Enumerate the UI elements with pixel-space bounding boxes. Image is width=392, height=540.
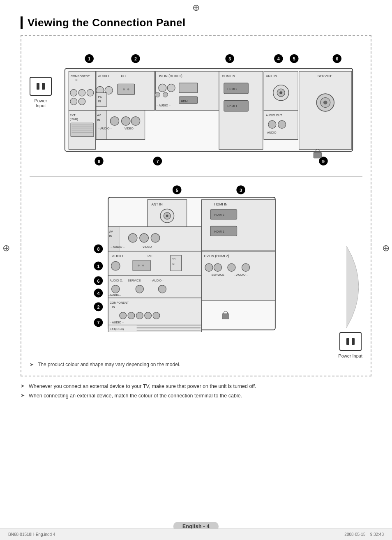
svg-text:6: 6 <box>97 279 99 284</box>
note1-text: Whenever you connect an external device … <box>29 382 256 390</box>
main-content-box: Power Input 1 2 3 <box>21 35 371 376</box>
svg-point-117 <box>140 233 149 242</box>
svg-text:COMPONENT: COMPONENT <box>110 301 129 305</box>
page-title: Viewing the Connection Panel <box>21 16 371 29</box>
doc-footer: BN68-01518H-Eng.indd 4 2008-05-15 9:32:4… <box>0 528 392 540</box>
svg-text:HDMI: HDMI <box>181 100 188 103</box>
svg-text:HDMI 1: HDMI 1 <box>214 230 224 233</box>
svg-text:PC: PC <box>172 258 176 261</box>
svg-point-137 <box>158 285 166 293</box>
tv-edge-right: Power Input <box>338 180 362 358</box>
svg-text:3: 3 <box>240 187 242 192</box>
svg-point-127 <box>142 264 144 266</box>
svg-text:– AUDIO –: – AUDIO – <box>110 321 124 324</box>
svg-text:SERVICE: SERVICE <box>211 273 224 277</box>
footer-note-2: ➤ When connecting an external device, ma… <box>21 392 371 400</box>
power-input-right: Power Input <box>338 332 362 358</box>
svg-text:HDMI 2: HDMI 2 <box>227 88 237 91</box>
note-shape-text: The product colour and shape may vary de… <box>38 362 180 367</box>
svg-point-126 <box>138 264 140 266</box>
svg-text:IN: IN <box>112 305 115 309</box>
svg-point-47 <box>163 92 168 97</box>
svg-text:– AUDIO –: – AUDIO – <box>234 273 248 277</box>
svg-text:9: 9 <box>322 159 325 164</box>
svg-text:2: 2 <box>97 305 99 309</box>
svg-text:HDMI IN: HDMI IN <box>214 202 228 206</box>
pin-right <box>42 83 45 90</box>
svg-text:IN: IN <box>75 78 78 82</box>
svg-text:5: 5 <box>293 56 295 61</box>
crosshair-left: ⊕ <box>2 243 10 254</box>
note-shape: ➤ The product colour and shape may vary … <box>30 358 362 369</box>
svg-text:AUDIO OUT: AUDIO OUT <box>266 114 282 117</box>
svg-point-118 <box>151 233 160 242</box>
svg-text:HDMI 1: HDMI 1 <box>227 105 237 108</box>
svg-point-157 <box>214 263 221 271</box>
svg-rect-162 <box>201 199 275 250</box>
back-panel-svg-top: 1 2 3 4 5 6 <box>60 44 362 171</box>
svg-point-124 <box>111 261 120 270</box>
svg-point-25 <box>70 98 77 105</box>
svg-text:7: 7 <box>156 159 159 164</box>
svg-text:–AUDIO–: –AUDIO– <box>108 293 121 297</box>
svg-text:– AUDIO –: – AUDIO – <box>98 127 112 130</box>
svg-text:VIDEO: VIDEO <box>143 245 152 249</box>
svg-text:7: 7 <box>97 320 99 325</box>
footer-note-1: ➤ Whenever you connect an external devic… <box>21 382 371 390</box>
tv-back-panel-top: 1 2 3 4 5 6 <box>60 44 362 172</box>
svg-point-24 <box>87 89 94 96</box>
svg-text:HDMI IN: HDMI IN <box>222 74 235 78</box>
svg-point-156 <box>205 263 213 271</box>
svg-text:DVI IN (HDMI 2): DVI IN (HDMI 2) <box>204 254 229 258</box>
svg-text:1: 1 <box>88 56 90 61</box>
svg-rect-168 <box>222 314 229 319</box>
svg-text:SERVICE: SERVICE <box>128 279 141 282</box>
svg-point-143 <box>128 312 135 319</box>
pin-left <box>37 83 39 90</box>
svg-text:1: 1 <box>97 264 99 269</box>
svg-text:4: 4 <box>97 291 99 295</box>
pin-left-2 <box>346 338 349 345</box>
power-label-top: Power Input <box>30 98 52 108</box>
power-plug-icon-bottom <box>339 332 362 351</box>
side-panel-svg: 8 1 6 4 2 7 5 3 <box>30 180 334 332</box>
svg-text:3: 3 <box>228 56 231 61</box>
svg-point-40 <box>159 84 166 92</box>
note1-arrow: ➤ <box>21 382 25 390</box>
svg-point-23 <box>78 89 85 96</box>
svg-text:8: 8 <box>98 159 100 164</box>
svg-text:– AUDIO –: – AUDIO – <box>111 245 125 249</box>
svg-point-80 <box>278 120 286 128</box>
svg-text:PC: PC <box>121 74 126 78</box>
svg-text:– AUDIO –: – AUDIO – <box>157 104 171 107</box>
svg-text:COMPONENT: COMPONENT <box>71 75 90 78</box>
svg-point-79 <box>268 120 276 128</box>
svg-text:8: 8 <box>97 247 99 252</box>
svg-point-135 <box>136 285 143 293</box>
svg-text:5: 5 <box>176 187 178 192</box>
svg-text:EXT: EXT <box>70 114 76 117</box>
svg-text:IN: IN <box>97 119 100 122</box>
pin-right-2 <box>352 338 355 345</box>
svg-point-26 <box>78 98 85 105</box>
svg-point-34 <box>127 88 129 90</box>
svg-text:PC: PC <box>98 95 102 99</box>
svg-text:(RGB): (RGB) <box>70 118 78 121</box>
svg-text:AUDIO: AUDIO <box>112 254 123 258</box>
doc-date-time: 2008-05-15 9:32:43 <box>344 532 384 537</box>
note-arrow: ➤ <box>30 362 34 367</box>
svg-text:DVI IN (HDMI 2): DVI IN (HDMI 2) <box>157 74 182 78</box>
svg-point-46 <box>155 92 160 97</box>
tv-side-panel: 8 1 6 4 2 7 5 3 <box>30 180 334 334</box>
svg-point-133 <box>112 285 120 293</box>
svg-text:4: 4 <box>277 56 280 61</box>
svg-rect-32 <box>118 84 135 95</box>
svg-text:IN: IN <box>109 234 112 238</box>
doc-filename: BN68-01518H-Eng.indd 4 <box>8 532 55 537</box>
svg-point-54 <box>131 117 140 125</box>
svg-text:ANT IN: ANT IN <box>152 202 163 206</box>
power-plug-icon-top <box>30 77 52 96</box>
svg-point-159 <box>228 263 235 271</box>
svg-point-86 <box>323 101 327 104</box>
svg-point-53 <box>122 117 130 125</box>
